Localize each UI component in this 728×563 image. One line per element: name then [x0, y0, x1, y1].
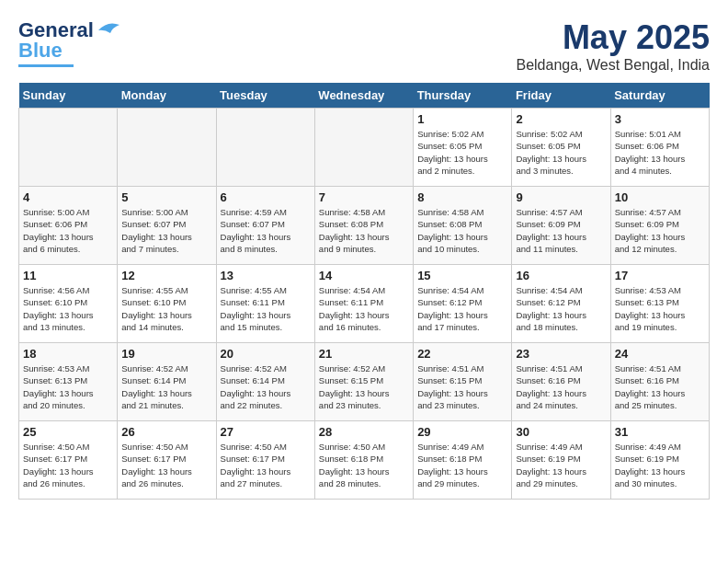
calendar-cell — [118, 109, 216, 187]
day-number: 18 — [23, 347, 113, 361]
day-info: Sunrise: 4:49 AM Sunset: 6:18 PM Dayligh… — [417, 441, 507, 489]
day-number: 3 — [615, 112, 705, 126]
calendar-cell: 28Sunrise: 4:50 AM Sunset: 6:18 PM Dayli… — [314, 421, 413, 500]
title-area: May 2025 Beldanga, West Bengal, India — [516, 18, 710, 74]
calendar-header-row: SundayMondayTuesdayWednesdayThursdayFrid… — [19, 83, 710, 109]
calendar-title: May 2025 — [516, 18, 710, 57]
day-header-tuesday: Tuesday — [216, 83, 314, 109]
calendar-cell: 12Sunrise: 4:55 AM Sunset: 6:10 PM Dayli… — [118, 265, 216, 343]
day-info: Sunrise: 4:58 AM Sunset: 6:08 PM Dayligh… — [417, 206, 507, 255]
day-header-wednesday: Wednesday — [314, 83, 413, 109]
day-info: Sunrise: 4:55 AM Sunset: 6:10 PM Dayligh… — [121, 284, 211, 333]
calendar-cell: 1Sunrise: 5:02 AM Sunset: 6:05 PM Daylig… — [414, 109, 512, 187]
calendar-cell: 15Sunrise: 4:54 AM Sunset: 6:12 PM Dayli… — [414, 265, 512, 343]
day-number: 15 — [417, 269, 507, 282]
day-info: Sunrise: 4:51 AM Sunset: 6:16 PM Dayligh… — [615, 362, 705, 411]
day-number: 2 — [516, 112, 606, 126]
calendar-cell: 13Sunrise: 4:55 AM Sunset: 6:11 PM Dayli… — [216, 265, 314, 343]
day-info: Sunrise: 4:52 AM Sunset: 6:14 PM Dayligh… — [221, 362, 311, 411]
day-info: Sunrise: 4:55 AM Sunset: 6:11 PM Dayligh… — [221, 284, 311, 333]
day-number: 25 — [23, 425, 113, 439]
calendar-cell: 7Sunrise: 4:58 AM Sunset: 6:08 PM Daylig… — [314, 187, 413, 265]
calendar-cell: 16Sunrise: 4:54 AM Sunset: 6:12 PM Dayli… — [512, 265, 610, 343]
day-info: Sunrise: 4:50 AM Sunset: 6:18 PM Dayligh… — [319, 441, 409, 489]
day-number: 4 — [23, 190, 113, 204]
day-info: Sunrise: 5:00 AM Sunset: 6:07 PM Dayligh… — [121, 206, 211, 255]
day-info: Sunrise: 4:53 AM Sunset: 6:13 PM Dayligh… — [23, 362, 113, 411]
day-number: 9 — [516, 190, 606, 204]
day-info: Sunrise: 4:59 AM Sunset: 6:07 PM Dayligh… — [221, 206, 311, 255]
day-number: 23 — [516, 347, 606, 361]
calendar-week-1: 1Sunrise: 5:02 AM Sunset: 6:05 PM Daylig… — [19, 109, 710, 187]
day-number: 24 — [615, 347, 705, 361]
day-number: 19 — [121, 347, 211, 361]
logo-underline — [18, 64, 74, 67]
calendar-cell: 27Sunrise: 4:50 AM Sunset: 6:17 PM Dayli… — [216, 421, 314, 500]
calendar-subtitle: Beldanga, West Bengal, India — [516, 57, 710, 74]
day-info: Sunrise: 4:49 AM Sunset: 6:19 PM Dayligh… — [615, 441, 705, 489]
day-info: Sunrise: 5:00 AM Sunset: 6:06 PM Dayligh… — [23, 206, 113, 255]
day-number: 29 — [417, 425, 507, 439]
day-number: 27 — [221, 425, 311, 439]
day-header-thursday: Thursday — [414, 83, 512, 109]
day-number: 6 — [221, 190, 311, 204]
calendar-cell: 3Sunrise: 5:01 AM Sunset: 6:06 PM Daylig… — [610, 109, 709, 187]
day-header-sunday: Sunday — [19, 83, 118, 109]
calendar-cell: 4Sunrise: 5:00 AM Sunset: 6:06 PM Daylig… — [19, 187, 118, 265]
day-header-monday: Monday — [118, 83, 216, 109]
day-header-friday: Friday — [512, 83, 610, 109]
calendar-cell: 8Sunrise: 4:58 AM Sunset: 6:08 PM Daylig… — [414, 187, 512, 265]
calendar-cell: 25Sunrise: 4:50 AM Sunset: 6:17 PM Dayli… — [19, 421, 118, 500]
calendar-cell: 23Sunrise: 4:51 AM Sunset: 6:16 PM Dayli… — [512, 343, 610, 421]
day-info: Sunrise: 5:01 AM Sunset: 6:06 PM Dayligh… — [615, 128, 705, 177]
day-info: Sunrise: 4:51 AM Sunset: 6:16 PM Dayligh… — [516, 362, 606, 411]
calendar-week-3: 11Sunrise: 4:56 AM Sunset: 6:10 PM Dayli… — [19, 265, 710, 343]
day-info: Sunrise: 4:50 AM Sunset: 6:17 PM Dayligh… — [23, 441, 113, 489]
calendar-week-5: 25Sunrise: 4:50 AM Sunset: 6:17 PM Dayli… — [19, 421, 710, 500]
calendar-table: SundayMondayTuesdayWednesdayThursdayFrid… — [18, 83, 710, 500]
day-number: 1 — [417, 112, 507, 126]
day-info: Sunrise: 4:49 AM Sunset: 6:19 PM Dayligh… — [516, 441, 606, 489]
day-number: 30 — [516, 425, 606, 439]
calendar-cell — [19, 109, 118, 187]
day-number: 26 — [121, 425, 211, 439]
day-number: 13 — [221, 269, 311, 282]
day-number: 14 — [319, 269, 409, 282]
day-info: Sunrise: 4:57 AM Sunset: 6:09 PM Dayligh… — [615, 206, 705, 255]
day-info: Sunrise: 4:50 AM Sunset: 6:17 PM Dayligh… — [221, 441, 311, 489]
day-number: 28 — [319, 425, 409, 439]
day-number: 20 — [221, 347, 311, 361]
day-info: Sunrise: 4:54 AM Sunset: 6:11 PM Dayligh… — [319, 284, 409, 333]
calendar-cell: 20Sunrise: 4:52 AM Sunset: 6:14 PM Dayli… — [216, 343, 314, 421]
calendar-cell: 22Sunrise: 4:51 AM Sunset: 6:15 PM Dayli… — [414, 343, 512, 421]
calendar-cell: 11Sunrise: 4:56 AM Sunset: 6:10 PM Dayli… — [19, 265, 118, 343]
logo: General Blue — [18, 18, 121, 67]
calendar-cell — [314, 109, 413, 187]
day-info: Sunrise: 4:51 AM Sunset: 6:15 PM Dayligh… — [417, 362, 507, 411]
calendar-cell: 2Sunrise: 5:02 AM Sunset: 6:05 PM Daylig… — [512, 109, 610, 187]
calendar-cell: 9Sunrise: 4:57 AM Sunset: 6:09 PM Daylig… — [512, 187, 610, 265]
day-number: 11 — [23, 269, 113, 282]
day-info: Sunrise: 4:54 AM Sunset: 6:12 PM Dayligh… — [516, 284, 606, 333]
logo-bird-icon — [94, 20, 121, 40]
calendar-cell: 30Sunrise: 4:49 AM Sunset: 6:19 PM Dayli… — [512, 421, 610, 500]
day-number: 10 — [615, 190, 705, 204]
calendar-cell: 14Sunrise: 4:54 AM Sunset: 6:11 PM Dayli… — [314, 265, 413, 343]
calendar-cell: 10Sunrise: 4:57 AM Sunset: 6:09 PM Dayli… — [610, 187, 709, 265]
day-info: Sunrise: 5:02 AM Sunset: 6:05 PM Dayligh… — [516, 128, 606, 177]
day-info: Sunrise: 4:52 AM Sunset: 6:14 PM Dayligh… — [121, 362, 211, 411]
day-info: Sunrise: 5:02 AM Sunset: 6:05 PM Dayligh… — [417, 128, 507, 177]
day-info: Sunrise: 4:56 AM Sunset: 6:10 PM Dayligh… — [23, 284, 113, 333]
day-number: 16 — [516, 269, 606, 282]
calendar-cell: 17Sunrise: 4:53 AM Sunset: 6:13 PM Dayli… — [610, 265, 709, 343]
day-number: 17 — [615, 269, 705, 282]
calendar-body: 1Sunrise: 5:02 AM Sunset: 6:05 PM Daylig… — [19, 109, 710, 500]
calendar-cell: 5Sunrise: 5:00 AM Sunset: 6:07 PM Daylig… — [118, 187, 216, 265]
calendar-cell: 6Sunrise: 4:59 AM Sunset: 6:07 PM Daylig… — [216, 187, 314, 265]
calendar-cell: 18Sunrise: 4:53 AM Sunset: 6:13 PM Dayli… — [19, 343, 118, 421]
day-number: 5 — [121, 190, 211, 204]
day-number: 21 — [319, 347, 409, 361]
day-number: 12 — [121, 269, 211, 282]
day-info: Sunrise: 4:52 AM Sunset: 6:15 PM Dayligh… — [319, 362, 409, 411]
calendar-cell: 19Sunrise: 4:52 AM Sunset: 6:14 PM Dayli… — [118, 343, 216, 421]
